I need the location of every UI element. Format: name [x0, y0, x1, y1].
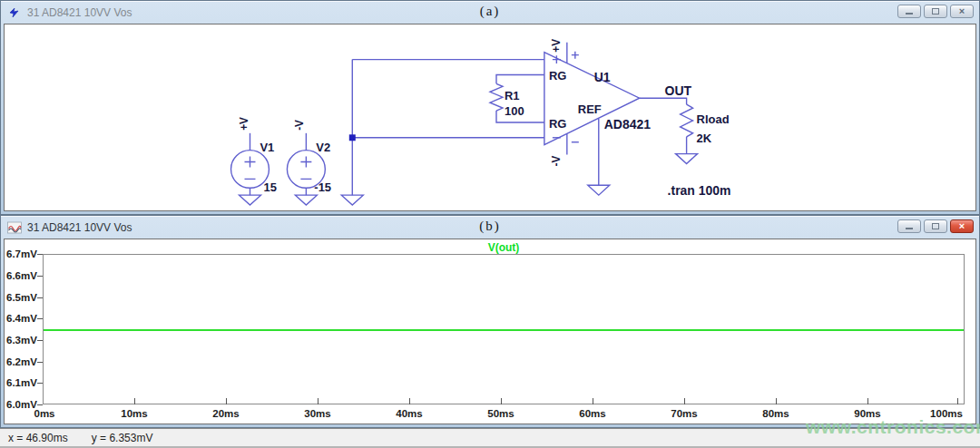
- cursor-x-readout: x = 46.90ms: [8, 432, 68, 444]
- x-tick-label: 70ms: [657, 408, 711, 419]
- vout-trace[interactable]: [44, 329, 964, 331]
- minimize-button[interactable]: [897, 219, 921, 233]
- y-tick-mark: [37, 383, 43, 384]
- y-tick-mark: [37, 276, 43, 277]
- y-tick-mark: [37, 404, 43, 405]
- opamp-pos-rail-label: +V: [550, 39, 563, 53]
- v1-name-label[interactable]: V1: [260, 141, 274, 154]
- minimize-button[interactable]: [897, 5, 921, 18]
- figure-label-a: (a): [1, 4, 979, 19]
- y-tick-label: 6.6mV: [6, 270, 41, 281]
- x-tick-mark: [867, 398, 868, 404]
- x-tick-mark: [957, 398, 958, 404]
- u1-part-label[interactable]: AD8421: [604, 117, 651, 131]
- x-tick-mark: [226, 398, 227, 404]
- close-button[interactable]: ×: [950, 5, 974, 18]
- r1-value-label[interactable]: 100: [505, 104, 524, 118]
- x-tick-label: 50ms: [474, 408, 528, 419]
- opamp-ref-pin-label: REF: [578, 102, 602, 116]
- resistor-rload[interactable]: [676, 104, 698, 163]
- wire-junction: [349, 134, 356, 141]
- x-tick-mark: [501, 398, 502, 404]
- x-tick-label: 20ms: [199, 408, 253, 419]
- window-title: 31 AD8421 10VV Vos: [27, 221, 132, 234]
- x-tick-label: 100ms: [919, 408, 974, 419]
- schematic-window-titlebar[interactable]: 31 AD8421 10VV Vos (a) ×: [1, 1, 979, 24]
- y-tick-label: 6.5mV: [6, 292, 41, 303]
- spice-directive[interactable]: .tran 100m: [668, 183, 731, 198]
- waveform-window: 31 AD8421 10VV Vos (b) × V(out) 6.7mV 6.…: [0, 215, 980, 428]
- cursor-y-readout: y = 6.353mV: [92, 432, 153, 444]
- maximize-button[interactable]: [924, 219, 947, 233]
- out-net-label[interactable]: OUT: [665, 83, 692, 98]
- v2-rail-label: -V: [293, 120, 306, 131]
- x-tick-mark: [318, 398, 318, 404]
- trace-legend[interactable]: V(out): [43, 241, 965, 254]
- window-title: 31 AD8421 10VV Vos: [27, 6, 132, 19]
- x-tick-label: 60ms: [565, 408, 620, 419]
- opamp-u1[interactable]: [544, 43, 640, 155]
- x-tick-mark: [684, 398, 685, 404]
- rload-name-label[interactable]: Rload: [697, 112, 730, 126]
- v2-name-label[interactable]: V2: [316, 141, 330, 154]
- y-tick-mark: [37, 318, 43, 319]
- x-tick-mark: [776, 398, 777, 404]
- waveform-file-icon[interactable]: [7, 221, 22, 234]
- y-tick-mark: [37, 340, 43, 341]
- opamp-neg-rail-label: -V: [550, 156, 563, 167]
- y-tick-mark: [37, 254, 43, 255]
- waveform-window-titlebar[interactable]: 31 AD8421 10VV Vos (b) ×: [1, 216, 979, 239]
- x-tick-label: 30ms: [290, 408, 345, 419]
- v1-value-label[interactable]: 15: [263, 180, 276, 194]
- minimize-icon: [906, 228, 913, 229]
- y-tick-mark: [37, 362, 43, 363]
- plot-area[interactable]: V(out) 6.7mV 6.6mV 6.5mV 6.4mV 6.3mV 6.2…: [5, 239, 975, 424]
- y-tick-label: 6.4mV: [6, 313, 41, 324]
- y-tick-label: 6.1mV: [6, 377, 41, 388]
- status-bar: x = 46.90ms y = 6.353mV: [0, 428, 980, 448]
- maximize-icon: [932, 8, 939, 15]
- x-tick-label: 0ms: [17, 408, 72, 419]
- close-icon: ×: [959, 6, 965, 16]
- input-net-wires[interactable]: [341, 60, 544, 205]
- x-tick-label: 40ms: [382, 408, 436, 419]
- schematic-drawing: V1 15 +V V2 -15 -V R1 100 RG RG U1 REF A…: [5, 24, 975, 210]
- r1-name-label[interactable]: R1: [505, 89, 520, 102]
- y-tick-label: 6.2mV: [6, 356, 41, 367]
- x-tick-label: 10ms: [107, 408, 162, 419]
- y-tick-mark: [37, 297, 43, 298]
- opamp-rg-bottom-pin-label: RG: [549, 117, 566, 131]
- schematic-canvas[interactable]: V1 15 +V V2 -15 -V R1 100 RG RG U1 REF A…: [4, 24, 976, 211]
- rload-value-label[interactable]: 2K: [697, 131, 712, 145]
- v2-value-label[interactable]: -15: [314, 180, 331, 194]
- x-tick-label: 90ms: [840, 408, 895, 419]
- x-tick-label: 80ms: [749, 408, 803, 419]
- close-button[interactable]: ×: [950, 219, 974, 233]
- output-net[interactable]: [640, 98, 687, 104]
- x-tick-mark: [409, 398, 410, 404]
- y-tick-label: 6.7mV: [6, 248, 41, 259]
- u1-name-label[interactable]: U1: [594, 70, 611, 84]
- opamp-rg-top-pin-label: RG: [549, 69, 566, 83]
- minimize-icon: [906, 13, 913, 15]
- maximize-icon: [932, 223, 939, 229]
- plot-pane: V(out) 6.7mV 6.6mV 6.5mV 6.4mV 6.3mV 6.2…: [4, 239, 976, 424]
- close-icon: ×: [959, 221, 965, 231]
- x-tick-mark: [134, 398, 135, 404]
- v1-rail-label: +V: [237, 117, 250, 131]
- ltspice-workspace: 31 AD8421 10VV Vos (a) ×: [0, 0, 980, 448]
- schematic-file-icon[interactable]: [7, 6, 22, 19]
- maximize-button[interactable]: [924, 5, 947, 18]
- figure-label-b: (b): [1, 219, 979, 234]
- schematic-window: 31 AD8421 10VV Vos (a) ×: [0, 0, 980, 215]
- y-tick-label: 6.3mV: [6, 335, 41, 346]
- x-tick-mark: [593, 398, 593, 404]
